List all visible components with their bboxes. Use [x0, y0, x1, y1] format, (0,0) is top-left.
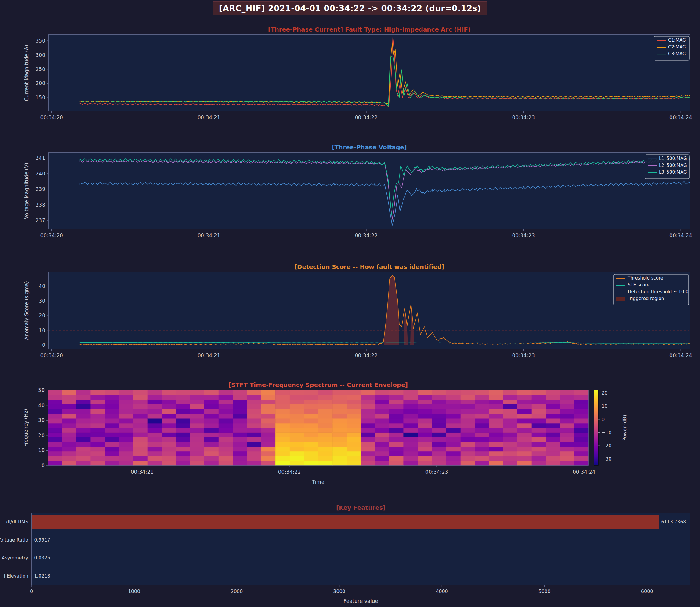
y-axis-label: Anomaly Score (sigma) — [23, 281, 29, 340]
svg-text:00:34:22: 00:34:22 — [278, 469, 301, 475]
svg-text:00:34:20: 00:34:20 — [40, 114, 63, 121]
svg-text:Triggered region: Triggered region — [627, 296, 664, 301]
colorbar: 20100−10−20−30Power (dB) — [594, 390, 627, 465]
svg-text:200: 200 — [36, 80, 45, 86]
svg-text:5000: 5000 — [538, 589, 551, 594]
svg-text:00:34:21: 00:34:21 — [198, 233, 220, 238]
svg-text:00:34:22: 00:34:22 — [355, 114, 377, 121]
svg-text:240: 240 — [36, 171, 45, 177]
current-chart: [Three-Phase Current] Fault Type: High-I… — [0, 16, 700, 129]
svg-text:00:34:23: 00:34:23 — [512, 352, 535, 358]
voltage-legend: L1_500:MAGL2_500:MAGL3_500:MAG — [645, 155, 689, 179]
svg-text:00:34:23: 00:34:23 — [512, 114, 535, 121]
svg-text:40: 40 — [39, 283, 45, 289]
svg-text:L3_500:MAG: L3_500:MAG — [659, 169, 687, 175]
figure-title: [ARC_HIF] 2021-04-01 00:34:22 -> 00:34:2… — [213, 1, 487, 15]
svg-text:10: 10 — [39, 328, 45, 333]
svg-text:00:34:24: 00:34:24 — [573, 469, 595, 475]
svg-text:C1:MAG: C1:MAG — [668, 38, 686, 43]
svg-text:−20: −20 — [601, 443, 612, 448]
feature-label: I Elevation — [4, 573, 28, 579]
svg-text:20: 20 — [601, 390, 608, 396]
feature-value: 0.0325 — [34, 555, 50, 561]
svg-text:−30: −30 — [601, 456, 612, 462]
svg-text:L1_500:MAG: L1_500:MAG — [659, 156, 687, 162]
detection-legend: Threshold scoreSTE scoreDetection thresh… — [614, 274, 689, 305]
svg-text:20: 20 — [38, 433, 45, 438]
svg-text:10: 10 — [601, 403, 608, 409]
feature-bar — [32, 515, 659, 529]
banner-wrap: [ARC_HIF] 2021-04-01 00:34:22 -> 00:34:2… — [0, 1, 700, 15]
svg-text:239: 239 — [36, 186, 45, 192]
feature-label: Voltage Ratio — [0, 538, 28, 543]
svg-text:−10: −10 — [601, 430, 612, 435]
y-axis-label: Voltage Magnitude (V) — [23, 163, 29, 219]
detection-score-chart: [Detection Score -- How fault was identi… — [0, 254, 700, 369]
current-title: [Three-Phase Current] Fault Type: High-I… — [268, 26, 471, 33]
svg-text:30: 30 — [38, 417, 45, 423]
voltage-chart: [Three-Phase Voltage]23723823924024100:3… — [0, 134, 700, 248]
svg-text:0: 0 — [601, 417, 604, 422]
svg-text:L2_500:MAG: L2_500:MAG — [659, 163, 687, 168]
svg-text:Detection threshold ~ 10.0: Detection threshold ~ 10.0 — [628, 289, 688, 294]
feature-value: 0.9917 — [34, 538, 50, 543]
svg-text:20: 20 — [39, 313, 45, 318]
svg-text:0: 0 — [30, 589, 33, 594]
svg-text:00:34:24: 00:34:24 — [670, 233, 692, 238]
svg-text:1000: 1000 — [128, 589, 140, 594]
svg-text:00:34:23: 00:34:23 — [426, 469, 448, 475]
svg-text:00:34:21: 00:34:21 — [198, 352, 220, 358]
svg-text:2000: 2000 — [230, 589, 243, 594]
key-features-chart: [Key Features]dI/dt RMS6113.7368Voltage … — [0, 494, 700, 607]
svg-text:241: 241 — [36, 155, 45, 161]
feature-label: Phase Asymmetry — [0, 555, 28, 561]
svg-text:237: 237 — [36, 217, 45, 223]
svg-text:C2:MAG: C2:MAG — [668, 44, 686, 50]
svg-text:00:34:22: 00:34:22 — [355, 352, 377, 358]
svg-text:00:34:20: 00:34:20 — [40, 352, 63, 358]
voltage-title: [Three-Phase Voltage] — [332, 144, 407, 151]
svg-text:00:34:21: 00:34:21 — [198, 114, 220, 121]
feature-label: dI/dt RMS — [6, 519, 28, 525]
current-legend: C1:MAGC2:MAGC3:MAG — [654, 36, 689, 60]
stft-spectrogram-chart: [STFT Time-Frequency Spectrum -- Current… — [0, 373, 700, 492]
feature-value: 1.0218 — [34, 573, 50, 579]
x-axis-label: Time — [312, 479, 325, 485]
svg-text:238: 238 — [36, 202, 45, 208]
svg-text:0: 0 — [42, 342, 45, 348]
x-axis-label: Feature value — [344, 598, 378, 604]
svg-text:00:34:21: 00:34:21 — [131, 469, 153, 475]
svg-text:300: 300 — [36, 52, 45, 58]
svg-text:250: 250 — [36, 66, 45, 72]
svg-text:00:34:24: 00:34:24 — [670, 114, 692, 121]
svg-text:10: 10 — [38, 447, 45, 453]
colorbar-label: Power (dB) — [622, 415, 627, 441]
page: [ARC_HIF] 2021-04-01 00:34:22 -> 00:34:2… — [0, 0, 700, 607]
svg-text:50: 50 — [38, 387, 45, 393]
detection-title: [Detection Score -- How fault was identi… — [294, 263, 444, 270]
svg-text:350: 350 — [36, 38, 45, 44]
svg-text:6000: 6000 — [641, 589, 653, 594]
svg-text:0: 0 — [41, 462, 45, 468]
svg-text:40: 40 — [38, 402, 45, 408]
svg-text:C3:MAG: C3:MAG — [668, 51, 686, 57]
svg-text:Threshold score: Threshold score — [627, 275, 663, 281]
features-title: [Key Features] — [336, 504, 386, 511]
svg-text:00:34:24: 00:34:24 — [670, 352, 692, 358]
y-axis-label: Current Magnitude (A) — [23, 45, 29, 101]
svg-text:STE score: STE score — [628, 282, 650, 288]
svg-text:00:34:22: 00:34:22 — [355, 233, 377, 238]
feature-value: 6113.7368 — [661, 519, 686, 525]
y-axis-label: Frequency (Hz) — [23, 409, 29, 447]
svg-text:4000: 4000 — [436, 589, 448, 594]
svg-text:30: 30 — [39, 298, 45, 304]
svg-text:00:34:23: 00:34:23 — [512, 233, 535, 238]
svg-text:00:34:20: 00:34:20 — [40, 233, 63, 238]
svg-text:150: 150 — [36, 95, 45, 101]
stft-title: [STFT Time-Frequency Spectrum -- Current… — [228, 381, 408, 389]
svg-text:3000: 3000 — [333, 589, 345, 594]
